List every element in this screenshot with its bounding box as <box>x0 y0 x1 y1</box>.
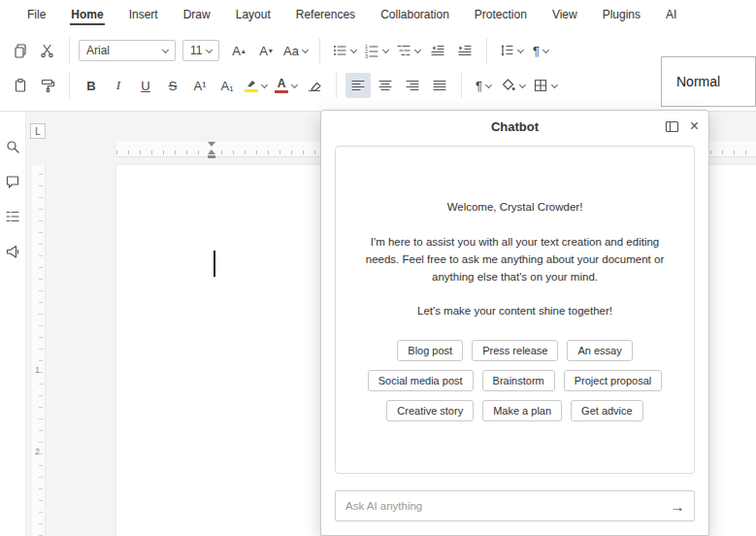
align-center-button[interactable] <box>373 73 398 98</box>
suggestion-creative-story[interactable]: Creative story <box>386 400 474 421</box>
borders-button[interactable] <box>530 73 560 98</box>
suggestion-make-a-plan[interactable]: Make a plan <box>482 400 562 421</box>
indent-marker[interactable] <box>208 142 215 158</box>
numbered-list-button[interactable]: 123 <box>361 38 391 63</box>
tab-stop-selector[interactable]: L <box>30 123 46 139</box>
suggestion-press-release[interactable]: Press release <box>472 340 558 361</box>
toolbar: Arial 11 A▴ A▾ Aa 123 <box>0 29 756 112</box>
suggestion-brainstorm[interactable]: Brainstorm <box>482 370 555 391</box>
bullet-list-button[interactable] <box>329 38 359 63</box>
cut-button[interactable] <box>35 38 60 63</box>
chatbot-welcome-text: Welcome, Crystal Crowder! <box>361 201 669 213</box>
menu-insert[interactable]: Insert <box>116 0 171 29</box>
superscript-button[interactable]: A¹ <box>187 73 213 98</box>
align-left-button[interactable] <box>345 73 371 98</box>
italic-label: I <box>116 78 120 93</box>
suggestion-blog-post[interactable]: Blog post <box>397 340 463 361</box>
pilcrow-icon: ¶ <box>476 79 482 93</box>
font-name-select[interactable]: Arial <box>79 40 176 61</box>
menu-collaboration[interactable]: Collaboration <box>368 0 462 29</box>
expand-window-button[interactable] <box>665 120 679 133</box>
chevron-down-icon <box>382 46 389 52</box>
chevron-down-icon <box>542 46 549 52</box>
chatbot-suggestions: Blog post Press release An essay Social … <box>361 340 669 421</box>
chevron-down-icon <box>206 46 213 52</box>
strikeout-button[interactable]: S <box>160 73 185 98</box>
menu-bar: File Home Insert Draw Layout References … <box>0 0 756 29</box>
clear-style-button[interactable] <box>302 73 327 98</box>
toolbar-separator <box>336 73 337 98</box>
menu-ai[interactable]: AI <box>653 0 689 29</box>
style-gallery-normal[interactable]: Normal <box>661 56 756 107</box>
chatbot-title: Chatbot <box>491 119 539 134</box>
svg-text:3: 3 <box>365 53 368 58</box>
scissors-icon <box>40 43 55 58</box>
left-indent-marker[interactable] <box>208 155 215 158</box>
chatbot-window-controls: × <box>665 111 699 142</box>
increase-font-label: A <box>232 44 241 58</box>
multilevel-list-button[interactable] <box>393 38 423 63</box>
menu-draw[interactable]: Draw <box>171 0 223 29</box>
text-cursor <box>214 251 215 277</box>
suggestion-get-advice[interactable]: Get advice <box>571 400 643 421</box>
copy-button[interactable] <box>8 38 33 63</box>
menu-file[interactable]: File <box>15 0 58 29</box>
nonprinting-characters-button[interactable]: ¶ <box>528 38 553 63</box>
vertical-ruler[interactable]: 1 2 <box>32 165 46 536</box>
megaphone-icon <box>5 244 20 259</box>
menu-protection[interactable]: Protection <box>462 0 540 29</box>
underline-button[interactable]: U <box>133 73 158 98</box>
menu-plugins[interactable]: Plugins <box>590 0 653 29</box>
chatbot-intro-text: I'm here to assist you with all your tex… <box>361 234 669 285</box>
increase-font-button[interactable]: A▴ <box>226 38 251 63</box>
chevron-down-icon <box>291 81 298 87</box>
menu-layout[interactable]: Layout <box>223 0 283 29</box>
suggestion-project-proposal[interactable]: Project proposal <box>564 370 663 391</box>
paragraph-direction-button[interactable]: ¶ <box>471 73 496 98</box>
align-right-button[interactable] <box>400 73 425 98</box>
shading-button[interactable] <box>498 73 528 98</box>
suggestion-row: Social media post Brainstorm Project pro… <box>368 370 663 391</box>
chevron-down-icon <box>551 81 558 87</box>
menu-view[interactable]: View <box>540 0 590 29</box>
font-color-button[interactable]: A <box>272 73 300 98</box>
close-button[interactable]: × <box>690 118 699 134</box>
bold-label: B <box>86 79 95 93</box>
subscript-label: A₁ <box>220 79 233 93</box>
italic-button[interactable]: I <box>106 73 131 98</box>
decrease-font-button[interactable]: A▾ <box>253 38 279 63</box>
copy-style-button[interactable] <box>35 73 60 98</box>
headings-icon <box>5 209 20 224</box>
multilevel-list-icon <box>396 43 411 58</box>
toolbar-row-2: B I U S A¹ A₁ A <box>8 68 756 103</box>
bold-button[interactable]: B <box>79 73 104 98</box>
font-name-value: Arial <box>86 44 110 57</box>
decrease-indent-button[interactable] <box>425 38 450 63</box>
suggestion-social-media-post[interactable]: Social media post <box>368 370 474 391</box>
suggestion-an-essay[interactable]: An essay <box>567 340 632 361</box>
increase-indent-button[interactable] <box>452 38 477 63</box>
font-size-select[interactable]: 11 <box>182 40 219 61</box>
hanging-indent-marker[interactable] <box>208 150 215 154</box>
chevron-down-icon <box>519 81 526 87</box>
search-icon <box>5 139 20 154</box>
search-button[interactable] <box>3 137 22 156</box>
comments-button[interactable] <box>3 172 22 191</box>
chatbot-header[interactable]: Chatbot × <box>321 111 708 142</box>
highlight-color-button[interactable] <box>242 73 270 98</box>
line-spacing-button[interactable] <box>496 38 526 63</box>
strikeout-label: S <box>169 79 178 93</box>
send-button[interactable]: → <box>661 498 694 515</box>
navigation-button[interactable] <box>3 207 22 226</box>
feedback-button[interactable] <box>3 242 22 261</box>
chatbot-input[interactable] <box>336 500 661 512</box>
change-case-button[interactable]: Aa <box>280 38 311 63</box>
highlight-color-swatch <box>245 89 258 92</box>
subscript-button[interactable]: A₁ <box>214 73 240 98</box>
align-justify-button[interactable] <box>427 73 452 98</box>
menu-home[interactable]: Home <box>58 0 115 29</box>
first-line-indent-marker[interactable] <box>208 142 215 147</box>
paste-button[interactable] <box>8 73 33 98</box>
menu-references[interactable]: References <box>283 0 368 29</box>
copy-icon <box>13 43 28 58</box>
